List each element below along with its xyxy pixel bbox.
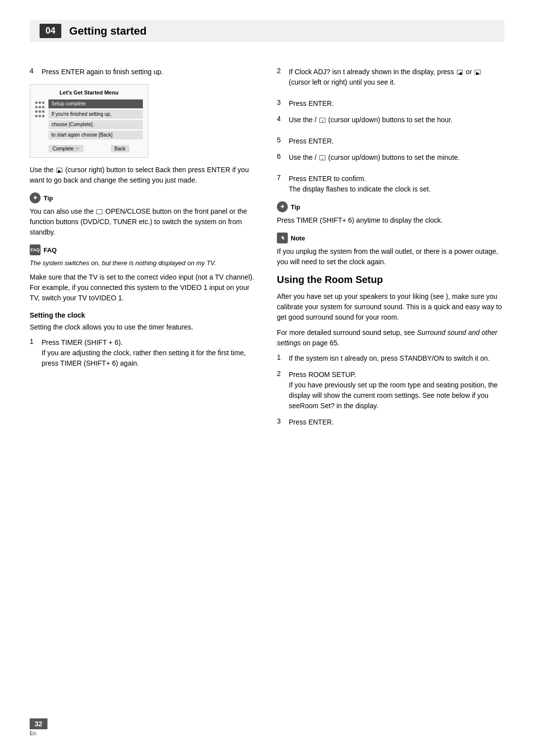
faq-box: FAQ FAQ The system switches on, but ther… (30, 244, 257, 303)
tip-header-left: ✦ Tip (30, 192, 257, 203)
screenshot-box: Let's Get Started Menu (30, 84, 148, 158)
right-step-num-4: 4 (277, 115, 285, 130)
room-setup-title: Using the Room Setup (277, 274, 504, 285)
right-step-4: 4 Use the / ↕ (cursor up/down) buttons t… (277, 115, 504, 130)
clock-step-text-1: Press TIMER (SHIFT + 6). If you are adju… (42, 337, 257, 369)
after-screenshot-text: Use the ▶ (cursor right) button to selec… (30, 165, 257, 186)
room-step-1: 1 If the system isn t already on, press … (277, 353, 504, 364)
chapter-header: 04 Getting started (30, 20, 504, 42)
clock-step-text-1-main: Press TIMER (SHIFT + 6). (42, 338, 123, 346)
room-setup-detail: For more detailed surround sound setup, … (277, 328, 504, 348)
setting-clock-heading: Setting the clock (30, 311, 257, 319)
tip-box-right: ✦ Tip Press TIMER (SHIFT+ 6) anytime to … (277, 201, 504, 226)
faq-header: FAQ FAQ (30, 244, 257, 255)
content-columns: 4 Press ENTER again to finish setting up… (0, 67, 534, 433)
right-step-text-4: Use the / ↕ (cursor up/down) buttons to … (289, 115, 504, 125)
setting-clock-intro: Setting the clock allows you to use the … (30, 322, 257, 332)
right-step-7: 7 Press ENTER to confirm. The display fl… (277, 174, 504, 194)
right-step-text-7-sub: The display flashes to indicate the cloc… (289, 185, 431, 193)
tip-icon-right: ✦ (277, 201, 288, 212)
clock-step-1: 1 Press TIMER (SHIFT + 6). If you are ad… (30, 337, 257, 369)
room-setup-intro: After you have set up your speakers to y… (277, 291, 504, 323)
right-step-text-3: Press ENTER. (289, 98, 504, 109)
screenshot-menu-item-4: to start again choose [Back] (48, 131, 143, 140)
chapter-number: 04 (40, 24, 61, 38)
page-footer: 32 En (30, 718, 47, 736)
room-setup-detail-text: For more detailed surround sound setup, … (277, 329, 415, 336)
page-number: 32 (30, 718, 47, 729)
tip-label-left: Tip (44, 194, 53, 202)
right-step-text-7-main: Press ENTER to confirm. (289, 175, 366, 183)
tip-icon-left: ✦ (30, 192, 41, 203)
screenshot-content: Setup complete If you're finished settin… (35, 99, 143, 141)
right-step-num-6: 6 (277, 152, 285, 168)
right-step-num-5: 5 (277, 136, 285, 146)
right-step-text-5: Press ENTER. (289, 136, 504, 146)
right-step-2: 2 If Clock ADJ? isn t already shown in t… (277, 67, 504, 93)
note-label: Note (291, 235, 305, 242)
room-step-2: 2 Press ROOM SETUP. If you have previous… (277, 370, 504, 411)
faq-answer: Make sure that the TV is set to the corr… (30, 272, 257, 303)
screenshot-menu-item-2: If you're finished setting up, (48, 110, 143, 119)
page-container: 04 Getting started 4 Press ENTER again t… (0, 0, 534, 756)
tip-box-left: ✦ Tip You can also use the OPEN/CLOSE bu… (30, 192, 257, 237)
tip-text-left: You can also use the OPEN/CLOSE button o… (30, 206, 257, 237)
screenshot-title: Let's Get Started Menu (35, 90, 143, 95)
screenshot-buttons: Complete Back (35, 145, 143, 152)
room-step-text-2-main: Press ROOM SETUP. (289, 371, 356, 378)
right-step-5: 5 Press ENTER. (277, 136, 504, 146)
right-step-num-2: 2 (277, 67, 285, 93)
step-text-4: Press ENTER again to finish setting up. (42, 67, 257, 77)
tip-label-right: Tip (291, 203, 300, 211)
faq-icon: FAQ (30, 244, 41, 255)
room-step-num-3: 3 (277, 417, 285, 427)
page-header: 04 Getting started (0, 0, 534, 67)
room-step-3: 3 Press ENTER. (277, 417, 504, 427)
right-step-text-7: Press ENTER to confirm. The display flas… (289, 174, 504, 194)
room-step-text-2: Press ROOM SETUP. If you have previously… (289, 370, 504, 411)
chapter-title: Getting started (69, 25, 146, 38)
room-setup-ref-page: on page 65. (303, 339, 339, 347)
screenshot-btn-back: Back (111, 145, 130, 152)
right-step-text-6: Use the / ↕ (cursor up/down) buttons to … (289, 152, 504, 163)
screenshot-menu-item-3: choose [Complete]. (48, 120, 143, 129)
note-text: If you unplug the system from the wall o… (277, 246, 504, 267)
page-lang: En (30, 730, 36, 736)
left-column: 4 Press ENTER again to finish setting up… (30, 67, 257, 433)
screenshot-device-icon (35, 101, 44, 117)
screenshot-text-area: Setup complete If you're finished settin… (48, 99, 143, 141)
right-column: 2 If Clock ADJ? isn t already shown in t… (277, 67, 504, 433)
room-step-num-2: 2 (277, 370, 285, 411)
right-step-3: 3 Press ENTER. (277, 98, 504, 109)
screenshot-btn-complete: Complete (48, 145, 84, 152)
tip-header-right: ✦ Tip (277, 201, 504, 212)
faq-question: The system switches on, but there is not… (30, 258, 257, 268)
note-box: ✎ Note If you unplug the system from the… (277, 233, 504, 267)
room-step-num-1: 1 (277, 353, 285, 364)
note-header: ✎ Note (277, 233, 504, 243)
room-step-text-2-sub: If you have previously set up the room t… (289, 381, 498, 410)
step-4-left: 4 Press ENTER again to finish setting up… (30, 67, 257, 77)
tip-text-right: Press TIMER (SHIFT+ 6) anytime to displa… (277, 215, 504, 226)
screenshot-menu-item-1: Setup complete (48, 99, 143, 108)
clock-step-num-1: 1 (30, 337, 38, 369)
right-step-num-7: 7 (277, 174, 285, 194)
right-step-num-3: 3 (277, 98, 285, 109)
step-num-4: 4 (30, 67, 38, 77)
room-step-text-3: Press ENTER. (289, 417, 504, 427)
right-step-6: 6 Use the / ↕ (cursor up/down) buttons t… (277, 152, 504, 168)
clock-step-text-1-sub: If you are adjusting the clock, rather t… (42, 349, 246, 367)
note-icon: ✎ (277, 233, 288, 243)
right-step-text-2: If Clock ADJ? isn t already shown in the… (289, 67, 504, 88)
faq-label: FAQ (44, 246, 57, 254)
room-step-text-1: If the system isn t already on, press ST… (289, 353, 504, 364)
